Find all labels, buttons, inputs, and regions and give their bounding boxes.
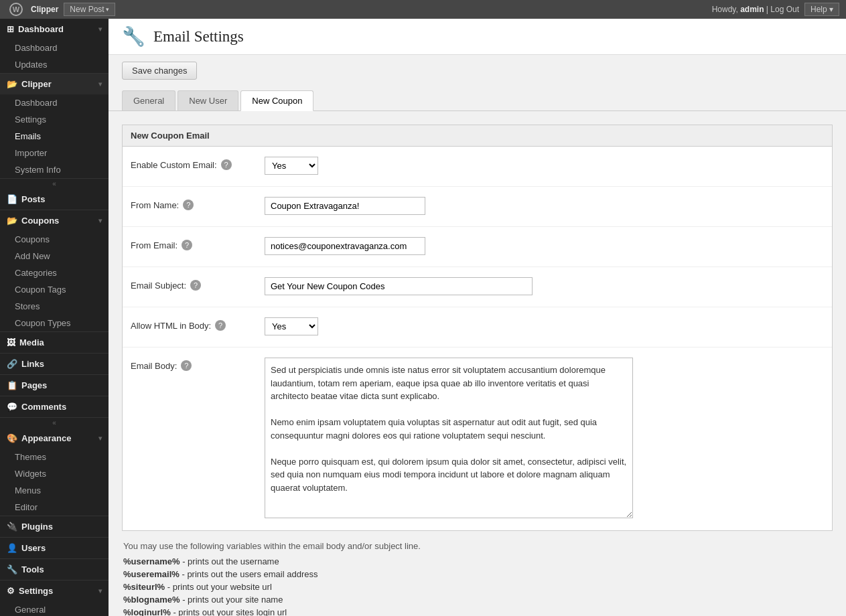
tabs-bar: General New User New Coupon	[109, 90, 846, 111]
sidebar-section-dashboard: ⊞ Dashboard ▾ Dashboard Updates	[0, 19, 109, 74]
collapse-indicator-1[interactable]: «	[0, 179, 109, 189]
admin-bar: W Clipper New Post ▾ Howdy, admin | Log …	[0, 0, 846, 19]
form-row-email-subject: Email Subject: ?	[123, 267, 832, 307]
sidebar-item-links[interactable]: 🔗 Links	[0, 354, 109, 374]
sidebar-sub-clipper-emails[interactable]: Emails	[0, 128, 109, 145]
sidebar-item-plugins[interactable]: 🔌 Plugins	[0, 516, 109, 537]
sidebar-item-pages[interactable]: 📋 Pages	[0, 375, 109, 396]
admin-name: admin	[740, 5, 764, 14]
howdy-text: Howdy, admin | Log Out	[712, 5, 799, 14]
save-changes-button[interactable]: Save changes	[122, 62, 197, 80]
sidebar-sub-stores[interactable]: Stores	[0, 298, 109, 315]
media-icon: 🖼	[7, 337, 15, 348]
variables-note: You may use the following variables with…	[122, 541, 833, 616]
sidebar-sub-add-new[interactable]: Add New	[0, 248, 109, 264]
sidebar-section-tools: 🔧 Tools	[0, 559, 109, 581]
from-email-input[interactable]	[265, 237, 425, 255]
from-name-field	[265, 197, 824, 215]
variable-loginurl: %loginurl% - prints out your sites login…	[123, 607, 831, 616]
tab-new-user[interactable]: New User	[178, 90, 238, 110]
variables-list: %username% - prints out the username %us…	[123, 556, 831, 616]
sidebar-item-comments[interactable]: 💬 Comments	[0, 396, 109, 417]
sidebar-section-comments: 💬 Comments	[0, 396, 109, 418]
enable-custom-email-select[interactable]: Yes No	[265, 157, 318, 175]
sidebar-sub-widgets[interactable]: Widgets	[0, 465, 109, 482]
sidebar-sub-clipper-sysinfo[interactable]: System Info	[0, 161, 109, 178]
sidebar-sub-clipper-dashboard[interactable]: Dashboard	[0, 94, 109, 111]
dashboard-icon: ⊞	[7, 24, 14, 34]
coupons-icon: 📂	[7, 216, 17, 226]
allow-html-select[interactable]: Yes No	[265, 317, 318, 335]
tab-general[interactable]: General	[122, 90, 175, 110]
sidebar-section-pages: 📋 Pages	[0, 375, 109, 396]
appearance-arrow-icon: ▾	[98, 435, 102, 442]
page-title: Email Settings	[153, 28, 244, 46]
sidebar-item-dashboard[interactable]: ⊞ Dashboard ▾	[0, 19, 109, 40]
sidebar-sub-categories[interactable]: Categories	[0, 264, 109, 281]
page-header: 🔧 Email Settings	[109, 19, 846, 55]
variable-useremail: %useremail% - prints out the users email…	[123, 569, 831, 579]
from-name-input[interactable]	[265, 197, 425, 215]
sidebar-sub-editor[interactable]: Editor	[0, 499, 109, 516]
sidebar-item-clipper[interactable]: 📂 Clipper ▾	[0, 74, 109, 94]
clipper-icon: 📂	[7, 79, 17, 89]
new-post-button[interactable]: New Post ▾	[64, 3, 115, 16]
sidebar-sub-coupons[interactable]: Coupons	[0, 231, 109, 248]
new-post-dropdown-icon: ▾	[106, 6, 109, 13]
settings-arrow-icon: ▾	[98, 587, 102, 595]
sidebar-section-links: 🔗 Links	[0, 354, 109, 375]
sidebar-sub-clipper-settings[interactable]: Settings	[0, 111, 109, 128]
email-subject-help-icon[interactable]: ?	[190, 280, 201, 291]
sidebar-section-coupons: 📂 Coupons ▾ Coupons Add New Categories C…	[0, 210, 109, 332]
form-row-allow-html: Allow HTML in Body: ? Yes No	[123, 307, 832, 348]
form-row-from-name: From Name: ?	[123, 187, 832, 227]
help-button[interactable]: Help ▾	[804, 3, 839, 16]
plugins-icon: 🔌	[7, 522, 17, 532]
sidebar-sub-coupon-types[interactable]: Coupon Types	[0, 315, 109, 331]
email-subject-input[interactable]	[265, 277, 533, 295]
enable-custom-email-help-icon[interactable]: ?	[221, 159, 232, 170]
variable-username: %username% - prints out the username	[123, 556, 831, 566]
sidebar-sub-menus[interactable]: Menus	[0, 482, 109, 499]
sidebar-sub-themes[interactable]: Themes	[0, 449, 109, 465]
sidebar-item-media[interactable]: 🖼 Media	[0, 332, 109, 353]
sidebar-sub-coupon-tags[interactable]: Coupon Tags	[0, 281, 109, 298]
adminbar-right: Howdy, admin | Log Out Help ▾	[712, 3, 839, 16]
sidebar-item-posts[interactable]: 📄 Posts	[0, 189, 109, 210]
sidebar-item-tools[interactable]: 🔧 Tools	[0, 559, 109, 580]
sidebar-sub-updates[interactable]: Updates	[0, 56, 109, 73]
links-icon: 🔗	[7, 359, 17, 369]
logout-link[interactable]: Log Out	[770, 5, 799, 14]
main-content: 🔧 Email Settings Save changes General Ne…	[109, 19, 846, 616]
from-email-label: From Email: ?	[131, 237, 265, 250]
sidebar-section-users: 👤 Users	[0, 538, 109, 559]
sidebar-item-settings[interactable]: ⚙ Settings ▾	[0, 581, 109, 601]
from-email-help-icon[interactable]: ?	[182, 240, 192, 250]
allow-html-help-icon[interactable]: ?	[215, 320, 226, 331]
sidebar-item-users[interactable]: 👤 Users	[0, 538, 109, 558]
sidebar-sub-clipper-importer[interactable]: Importer	[0, 145, 109, 161]
sidebar-item-appearance[interactable]: 🎨 Appearance ▾	[0, 428, 109, 449]
page-title-icon: 🔧	[122, 25, 145, 48]
sidebar-item-coupons[interactable]: 📂 Coupons ▾	[0, 210, 109, 231]
sidebar-section-clipper: 📂 Clipper ▾ Dashboard Settings Emails Im…	[0, 74, 109, 179]
email-body-label: Email Body: ?	[131, 358, 265, 371]
email-body-help-icon[interactable]: ?	[181, 360, 192, 371]
form-row-enable-custom-email: Enable Custom Email: ? Yes No	[123, 147, 832, 187]
email-subject-label: Email Subject: ?	[131, 277, 265, 291]
allow-html-field: Yes No	[265, 317, 824, 335]
users-icon: 👤	[7, 543, 17, 553]
from-email-field	[265, 237, 824, 255]
enable-custom-email-field: Yes No	[265, 157, 824, 175]
tab-new-coupon[interactable]: New Coupon	[240, 90, 313, 111]
sidebar-section-media: 🖼 Media	[0, 332, 109, 354]
allow-html-label: Allow HTML in Body: ?	[131, 317, 265, 331]
tools-icon: 🔧	[7, 564, 17, 574]
collapse-indicator-2[interactable]: «	[0, 418, 109, 428]
email-body-textarea[interactable]: Sed ut perspiciatis unde omnis iste natu…	[265, 358, 633, 518]
wp-logo-icon: W	[7, 0, 25, 19]
sidebar-sub-dashboard[interactable]: Dashboard	[0, 40, 109, 56]
from-name-help-icon[interactable]: ?	[183, 200, 194, 210]
sidebar-sub-general[interactable]: General	[0, 601, 109, 616]
variable-siteurl: %siteurl% - prints out your website url	[123, 582, 831, 592]
